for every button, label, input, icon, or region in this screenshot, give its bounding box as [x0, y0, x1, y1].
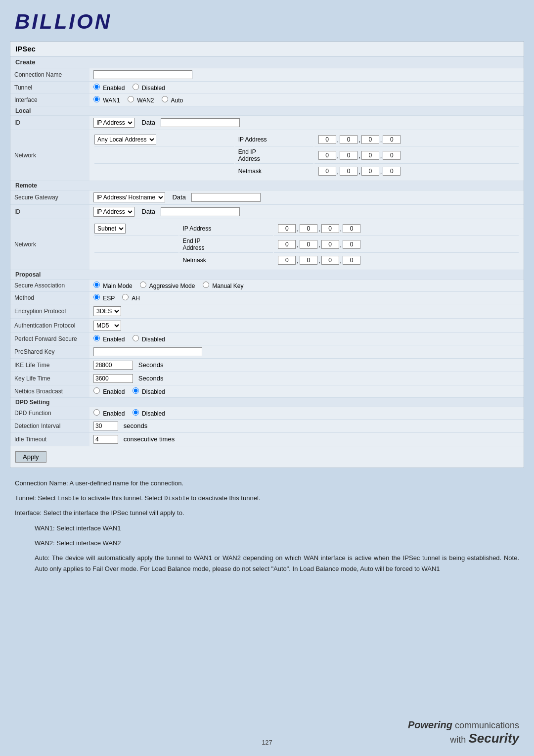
interface-auto-label[interactable]: Auto [162, 97, 183, 104]
sa-aggressive-radio[interactable] [140, 282, 146, 288]
tunnel-enabled-radio[interactable] [93, 84, 100, 90]
connection-name-label: Connection Name [10, 68, 89, 82]
remote-ip-label: IP Address [179, 222, 273, 236]
remote-end-ip-1[interactable] [278, 240, 296, 249]
section-title: IPSec [10, 42, 524, 56]
idle-timeout-unit: consecutive times [124, 435, 175, 443]
local-id-data-label: Data [141, 119, 155, 126]
remote-ip-3[interactable] [321, 224, 339, 233]
sa-aggressive-label[interactable]: Aggressive Mode [140, 283, 197, 289]
remote-ip-1[interactable] [278, 224, 296, 233]
local-id-value: IP Address Data [89, 116, 524, 130]
idle-timeout-input[interactable] [93, 435, 118, 444]
local-nm-3[interactable] [361, 167, 379, 176]
secure-gateway-row: Secure Gateway IP Address/ Hostname Data [10, 190, 524, 205]
sa-manual-radio[interactable] [203, 282, 209, 288]
local-nm-4[interactable] [383, 167, 400, 176]
local-id-type-select[interactable]: IP Address [93, 118, 134, 128]
apply-button[interactable]: Apply [15, 451, 46, 463]
interface-wan2-radio[interactable] [128, 96, 134, 102]
method-esp-radio[interactable] [93, 294, 100, 300]
pfs-label: Perfect Forward Secure [10, 333, 89, 345]
tunnel-disabled-radio[interactable] [133, 84, 139, 90]
dpd-enabled-radio[interactable] [93, 409, 100, 416]
netbios-label: Netbios Broadcast [10, 385, 89, 398]
page-number: 127 [183, 739, 351, 746]
dpd-enabled-label[interactable]: Enabled [93, 410, 127, 417]
apply-row: Apply [10, 446, 524, 468]
local-network-type-select[interactable]: Any Local Address [94, 135, 156, 144]
remote-ip-2[interactable] [300, 224, 317, 233]
desc-connection-name: Connection Name: A user-defined name for… [15, 478, 519, 489]
local-end-ip-2[interactable] [340, 151, 357, 160]
remote-ip-4[interactable] [343, 224, 360, 233]
sa-manual-label[interactable]: Manual Key [203, 283, 244, 289]
local-ip-label: IP Address [235, 133, 313, 146]
tunnel-enabled-label[interactable]: Enabled [93, 85, 127, 92]
ike-life-time-unit: Seconds [138, 361, 164, 369]
netbios-enabled-radio[interactable] [93, 387, 100, 394]
idle-timeout-value: consecutive times [89, 433, 524, 446]
remote-id-value: IP Address Data [89, 205, 524, 219]
ike-life-time-value: Seconds [89, 359, 524, 372]
netbios-disabled-label[interactable]: Disabled [133, 388, 165, 395]
remote-network-type-select[interactable]: Subnet [94, 224, 126, 234]
local-id-data-input[interactable] [161, 118, 240, 127]
netbios-disabled-radio[interactable] [133, 387, 139, 394]
remote-network-sub-table: Subnet IP Address , , [93, 221, 520, 268]
powering-label: Powering [408, 719, 452, 730]
local-end-ip-4[interactable] [383, 151, 400, 160]
method-ah-radio[interactable] [122, 294, 129, 300]
main-box: IPSec Create Connection Name Tunnel Enab… [10, 41, 524, 468]
interface-auto-radio[interactable] [162, 96, 168, 102]
netbios-enabled-label[interactable]: Enabled [93, 388, 127, 395]
method-value: ESP AH [89, 292, 524, 304]
method-ah-label[interactable]: AH [122, 295, 139, 302]
detection-interval-input[interactable] [93, 422, 118, 430]
remote-nm-2[interactable] [300, 256, 317, 265]
ike-life-time-input[interactable] [93, 361, 133, 370]
secure-gateway-data-input[interactable] [191, 193, 261, 202]
remote-nm-4[interactable] [343, 256, 360, 265]
encryption-protocol-select[interactable]: 3DES DES AES [93, 306, 121, 316]
interface-wan1-label[interactable]: WAN1 [93, 97, 122, 104]
local-ip-1[interactable] [318, 135, 336, 144]
pfs-enabled-label[interactable]: Enabled [93, 336, 127, 343]
key-life-time-input[interactable] [93, 374, 133, 383]
remote-end-ip-3[interactable] [321, 240, 339, 249]
remote-nm-1[interactable] [278, 256, 296, 265]
dpd-disabled-label[interactable]: Disabled [133, 410, 165, 417]
local-end-ip-1[interactable] [318, 151, 336, 160]
netbios-value: Enabled Disabled [89, 385, 524, 398]
remote-netmask-label: Netmask [179, 254, 273, 267]
local-ip-2[interactable] [340, 135, 357, 144]
pfs-enabled-radio[interactable] [93, 335, 100, 341]
local-end-ip-3[interactable] [361, 151, 379, 160]
tunnel-disabled-label[interactable]: Disabled [133, 85, 165, 92]
sa-main-radio[interactable] [93, 282, 100, 288]
local-nm-1[interactable] [318, 167, 336, 176]
local-ip-4[interactable] [383, 135, 400, 144]
remote-id-type-select[interactable]: IP Address [93, 207, 134, 217]
remote-end-ip-4[interactable] [343, 240, 360, 249]
interface-wan1-radio[interactable] [93, 96, 100, 102]
remote-nm-3[interactable] [321, 256, 339, 265]
remote-id-data-input[interactable] [161, 207, 240, 216]
authentication-protocol-select[interactable]: MD5 SHA1 [93, 321, 121, 331]
local-nm-2[interactable] [340, 167, 357, 176]
desc-interface: Interface: Select the interface the IPSe… [15, 508, 519, 519]
preshared-key-value [89, 345, 524, 359]
pfs-disabled-label[interactable]: Disabled [133, 336, 165, 343]
interface-wan2-label[interactable]: WAN2 [128, 97, 156, 104]
sa-main-label[interactable]: Main Mode [93, 283, 134, 289]
method-esp-label[interactable]: ESP [93, 295, 116, 302]
idle-timeout-row: Idle Timeout consecutive times [10, 433, 524, 446]
connection-name-input[interactable] [93, 70, 192, 79]
remote-end-ip-2[interactable] [300, 240, 317, 249]
preshared-key-input[interactable] [93, 347, 202, 356]
pfs-disabled-radio[interactable] [133, 335, 139, 341]
local-netmask-group: , , , [318, 167, 515, 176]
dpd-disabled-radio[interactable] [133, 409, 139, 416]
local-ip-3[interactable] [361, 135, 379, 144]
secure-gateway-type-select[interactable]: IP Address/ Hostname [93, 192, 165, 202]
